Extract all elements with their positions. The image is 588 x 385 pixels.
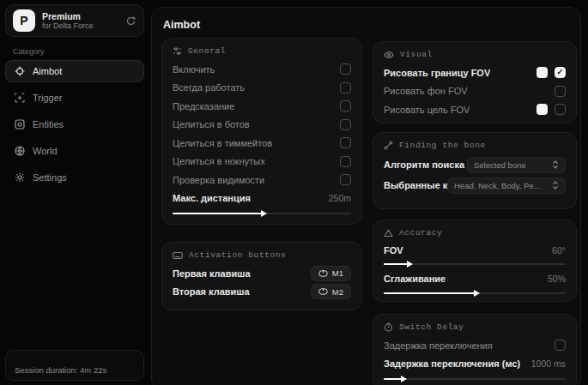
target-bots-checkbox[interactable] xyxy=(340,119,351,130)
toggle-label: Целиться в нокнутых xyxy=(173,156,265,166)
target-teammates-checkbox[interactable] xyxy=(340,137,351,148)
mouse-icon xyxy=(318,288,328,295)
triangle-icon xyxy=(384,229,393,238)
fov-border-checkbox[interactable] xyxy=(555,67,566,78)
second-key-value: M2 xyxy=(332,287,343,297)
general-header: General xyxy=(173,46,351,56)
crosshair-icon xyxy=(15,66,25,76)
visibility-check-checkbox[interactable] xyxy=(340,174,351,185)
first-key-row: Первая клавиша M1 xyxy=(173,264,351,283)
fov-background-label: Рисовать фон FOV xyxy=(384,86,468,96)
toggle-label: Всегда работать xyxy=(173,82,245,93)
fov-value: 60° xyxy=(552,245,566,256)
prediction-checkbox[interactable] xyxy=(340,100,351,111)
accuracy-card: Accuracy FOV 60° Сглаживание 50% xyxy=(373,220,577,302)
toggle-row-prediction: Предсказание xyxy=(173,97,351,116)
sidebar-item-aimbot[interactable]: Aimbot xyxy=(5,60,144,82)
trigger-icon xyxy=(15,93,25,103)
target-knocked-checkbox[interactable] xyxy=(340,156,351,167)
bone-selected-label: Выбранные кости xyxy=(384,180,447,190)
brand-title: Premium xyxy=(42,11,118,21)
toggle-row-enable: Включить xyxy=(173,60,351,79)
sidebar-item-trigger[interactable]: Trigger xyxy=(5,87,144,109)
switch-delay-header: Switch Delay xyxy=(384,322,566,332)
main-panel: Aimbot General Включить Всегда работать xyxy=(151,7,581,385)
second-key-label: Вторая клавиша xyxy=(173,286,250,297)
max-distance-label: Макс. дистанция xyxy=(173,193,251,203)
bone-header: Finding the bone xyxy=(384,141,566,150)
bone-selected-value: Head, Neck, Body, Pe... xyxy=(454,181,541,190)
bone-icon xyxy=(384,141,393,150)
expand-icon xyxy=(552,181,559,189)
always-work-checkbox[interactable] xyxy=(340,82,351,93)
first-key-button[interactable]: M1 xyxy=(311,266,351,281)
sidebar-item-label: World xyxy=(33,146,58,156)
stopwatch-icon xyxy=(384,322,393,332)
fov-slider[interactable] xyxy=(384,260,566,268)
switch-delay-card: Switch Delay Задержка переключения Задер… xyxy=(373,314,577,385)
switch-delay-slider[interactable] xyxy=(384,375,566,382)
switch-delay-ms-value: 1000 ms xyxy=(531,358,566,369)
sidebar: P Premium for Delta Force Category Aimbo… xyxy=(0,0,151,385)
mouse-icon xyxy=(318,270,328,277)
second-key-button[interactable]: M2 xyxy=(311,284,351,299)
fov-target-color-swatch[interactable] xyxy=(536,104,548,115)
smoothing-slider[interactable] xyxy=(384,289,566,297)
bone-algorithm-row: Алгоритм поиска костей Selected bone xyxy=(384,154,566,175)
enable-checkbox[interactable] xyxy=(340,63,351,75)
accuracy-header: Accuracy xyxy=(384,228,566,238)
app-logo: P xyxy=(13,9,35,32)
second-key-row: Вторая клавиша M2 xyxy=(173,283,351,302)
sidebar-item-world[interactable]: World xyxy=(5,140,144,162)
category-label: Category xyxy=(13,47,45,56)
sidebar-item-label: Aimbot xyxy=(33,66,62,76)
toggle-row-always: Всегда работать xyxy=(173,79,351,98)
toggle-label: Предсказание xyxy=(173,101,234,111)
brand-subtitle: for Delta Force xyxy=(42,21,118,30)
visual-card: Visual Рисовать границу FOV Рисовать фон… xyxy=(373,41,577,123)
toggle-label: Целиться в ботов xyxy=(173,119,250,129)
visual-header-label: Visual xyxy=(400,50,433,59)
max-distance-slider[interactable] xyxy=(173,209,351,217)
smoothing-value: 50% xyxy=(548,274,566,284)
eye-icon xyxy=(384,51,394,59)
fov-background-row: Рисовать фон FOV xyxy=(384,82,566,101)
accuracy-header-label: Accuracy xyxy=(399,228,442,238)
general-header-label: General xyxy=(188,46,226,56)
activation-card: Activation buttons Первая клавиша M1 Вто… xyxy=(161,242,362,310)
toggle-row-knocked: Целиться в нокнутых xyxy=(173,153,351,171)
smoothing-label: Сглаживание xyxy=(384,274,446,284)
fov-background-checkbox[interactable] xyxy=(555,86,566,97)
brand-card: P Premium for Delta Force xyxy=(5,4,144,37)
fov-border-label: Рисовать границу FOV xyxy=(384,68,490,78)
sidebar-item-label: Trigger xyxy=(33,93,62,103)
fov-target-label: Рисовать цель FOV xyxy=(384,105,470,115)
first-key-value: M1 xyxy=(332,268,343,278)
bone-algorithm-select[interactable]: Selected bone xyxy=(467,157,566,173)
refresh-icon[interactable] xyxy=(125,15,136,27)
sliders-icon xyxy=(173,46,182,56)
sidebar-item-settings[interactable]: Settings xyxy=(5,166,144,189)
bone-algorithm-label: Алгоритм поиска костей xyxy=(384,159,467,170)
switch-delay-checkbox[interactable] xyxy=(555,340,566,351)
fov-label: FOV xyxy=(384,245,403,256)
fov-target-checkbox[interactable] xyxy=(555,104,566,115)
visual-header: Visual xyxy=(384,50,566,59)
switch-delay-toggle-row: Задержка переключения xyxy=(384,336,566,355)
max-distance-value: 250m xyxy=(329,193,351,203)
bone-selected-select[interactable]: Head, Neck, Body, Pe... xyxy=(447,177,566,194)
page-title: Aimbot xyxy=(163,19,200,31)
entities-icon xyxy=(15,119,25,129)
bone-card: Finding the bone Алгоритм поиска костей … xyxy=(373,132,577,209)
app-window: P Premium for Delta Force Category Aimbo… xyxy=(0,0,588,385)
bone-algorithm-value: Selected bone xyxy=(474,160,526,170)
activation-header-label: Activation buttons xyxy=(189,250,286,260)
max-distance-row: Макс. дистанция 250m xyxy=(173,189,351,208)
bone-selected-row: Выбранные кости Head, Neck, Body, Pe... xyxy=(384,175,566,196)
session-duration: Session duration: 4m 22s xyxy=(15,365,106,375)
sidebar-item-entities[interactable]: Entities xyxy=(5,113,144,135)
switch-delay-toggle-label: Задержка переключения xyxy=(384,340,493,351)
sidebar-nav: Aimbot Trigger Entities xyxy=(5,60,144,193)
toggle-label: Проверка видимости xyxy=(173,175,264,185)
fov-border-color-swatch[interactable] xyxy=(536,67,548,78)
